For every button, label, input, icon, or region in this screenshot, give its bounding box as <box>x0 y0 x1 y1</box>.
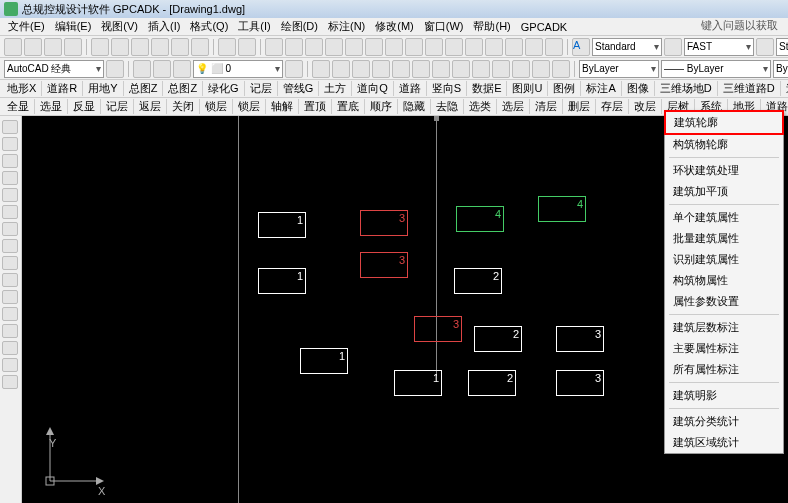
tool-btn[interactable] <box>756 38 774 56</box>
menu-item[interactable]: 批量建筑属性 <box>665 228 783 249</box>
tool-btn[interactable] <box>218 38 236 56</box>
draw-tool-btn[interactable] <box>2 324 18 338</box>
draw-line-btn[interactable] <box>2 120 18 134</box>
menu-file[interactable]: 文件(E) <box>4 19 49 34</box>
layer-cmd-tab[interactable]: 删层 <box>563 99 596 114</box>
tool-btn[interactable] <box>465 38 483 56</box>
menu-format[interactable]: 格式(Q) <box>186 19 232 34</box>
draw-tool-btn[interactable] <box>2 154 18 168</box>
layer-cmd-tab[interactable]: 置底 <box>332 99 365 114</box>
tool-btn[interactable] <box>4 38 22 56</box>
menu-insert[interactable]: 插入(I) <box>144 19 184 34</box>
tool-btn[interactable] <box>345 38 363 56</box>
module-tab[interactable]: 道向Q <box>352 81 394 96</box>
tool-btn[interactable] <box>173 60 191 78</box>
tool-btn[interactable] <box>452 60 470 78</box>
tool-btn[interactable] <box>106 60 124 78</box>
tool-btn[interactable] <box>285 60 303 78</box>
building-rect[interactable]: 4 <box>456 206 504 232</box>
building-rect[interactable]: 3 <box>556 326 604 352</box>
module-tab[interactable]: 图像 <box>622 81 655 96</box>
draw-tool-btn[interactable] <box>2 290 18 304</box>
layer-combo[interactable]: 💡 ⬜ 0 <box>193 60 283 78</box>
building-rect[interactable]: 2 <box>454 268 502 294</box>
menu-draw[interactable]: 绘图(D) <box>277 19 322 34</box>
menu-item[interactable]: 建筑层数标注 <box>665 317 783 338</box>
module-tab[interactable]: 数据E <box>467 81 507 96</box>
draw-tool-btn[interactable] <box>2 222 18 236</box>
tool-btn[interactable] <box>552 60 570 78</box>
building-rect[interactable]: 3 <box>556 370 604 396</box>
layer-cmd-tab[interactable]: 清层 <box>530 99 563 114</box>
menu-item[interactable]: 建筑明影 <box>665 385 783 406</box>
module-tab[interactable]: 用地Y <box>83 81 123 96</box>
tool-btn[interactable] <box>372 60 390 78</box>
tool-btn[interactable] <box>133 60 151 78</box>
layer-cmd-tab[interactable]: 选显 <box>35 99 68 114</box>
tool-btn[interactable] <box>485 38 503 56</box>
menu-modify[interactable]: 修改(M) <box>371 19 418 34</box>
tool-btn[interactable] <box>392 60 410 78</box>
tool-btn[interactable] <box>352 60 370 78</box>
menu-item[interactable]: 建筑加平顶 <box>665 181 783 202</box>
layer-cmd-tab[interactable]: 顺序 <box>365 99 398 114</box>
color-combo[interactable]: ByLayer <box>579 60 659 78</box>
building-rect[interactable]: 2 <box>474 326 522 352</box>
tool-btn[interactable] <box>472 60 490 78</box>
draw-tool-btn[interactable] <box>2 137 18 151</box>
tool-btn[interactable] <box>525 38 543 56</box>
tool-btn[interactable] <box>64 38 82 56</box>
workspace-combo[interactable]: AutoCAD 经典 <box>4 60 104 78</box>
menu-item[interactable]: 所有属性标注 <box>665 359 783 380</box>
tool-btn[interactable] <box>492 60 510 78</box>
draw-tool-btn[interactable] <box>2 171 18 185</box>
layer-cmd-tab[interactable]: 选类 <box>464 99 497 114</box>
module-tab[interactable]: 道路R <box>42 81 83 96</box>
tool-btn[interactable] <box>312 60 330 78</box>
layer-cmd-tab[interactable]: 选层 <box>497 99 530 114</box>
menu-item[interactable]: 属性参数设置 <box>665 291 783 312</box>
module-tab[interactable]: 管线G <box>278 81 320 96</box>
menu-item[interactable]: 建筑轮廓 <box>664 110 784 135</box>
menu-gpcadk[interactable]: GPCADK <box>517 21 571 33</box>
building-rect[interactable]: 1 <box>258 268 306 294</box>
layer-cmd-tab[interactable]: 轴解 <box>266 99 299 114</box>
tool-btn[interactable] <box>505 38 523 56</box>
module-tab[interactable]: 道路 <box>394 81 427 96</box>
tool-btn[interactable] <box>191 38 209 56</box>
tool-btn[interactable] <box>545 38 563 56</box>
draw-tool-btn[interactable] <box>2 256 18 270</box>
tool-btn[interactable] <box>425 38 443 56</box>
draw-tool-btn[interactable] <box>2 239 18 253</box>
menu-help[interactable]: 帮助(H) <box>469 19 514 34</box>
tool-btn[interactable] <box>332 60 350 78</box>
tool-btn[interactable] <box>305 38 323 56</box>
building-rect[interactable]: 1 <box>300 348 348 374</box>
menu-item[interactable]: 环状建筑处理 <box>665 160 783 181</box>
tool-btn[interactable] <box>445 38 463 56</box>
module-tab[interactable]: 竖向S <box>427 81 467 96</box>
tool-btn[interactable] <box>238 38 256 56</box>
dim-style-combo[interactable]: FAST <box>684 38 754 56</box>
layer-cmd-tab[interactable]: 改层 <box>629 99 662 114</box>
building-rect[interactable]: 3 <box>360 210 408 236</box>
tool-btn[interactable] <box>171 38 189 56</box>
module-tab[interactable]: 标注A <box>581 81 621 96</box>
draw-tool-btn[interactable] <box>2 358 18 372</box>
tool-btn[interactable] <box>265 38 283 56</box>
draw-tool-btn[interactable] <box>2 341 18 355</box>
draw-tool-btn[interactable] <box>2 205 18 219</box>
layer-cmd-tab[interactable]: 关闭 <box>167 99 200 114</box>
standard2-combo[interactable]: Standard <box>776 38 788 56</box>
module-tab[interactable]: 记层 <box>245 81 278 96</box>
menu-tools[interactable]: 工具(I) <box>234 19 274 34</box>
menu-view[interactable]: 视图(V) <box>97 19 142 34</box>
menu-item[interactable]: 主要属性标注 <box>665 338 783 359</box>
menu-item[interactable]: 建筑分类统计 <box>665 411 783 432</box>
tool-btn[interactable] <box>512 60 530 78</box>
tool-btn[interactable] <box>365 38 383 56</box>
tool-btn[interactable] <box>151 38 169 56</box>
tool-btn[interactable] <box>131 38 149 56</box>
module-tab[interactable]: 总图Z <box>163 81 203 96</box>
draw-tool-btn[interactable] <box>2 307 18 321</box>
